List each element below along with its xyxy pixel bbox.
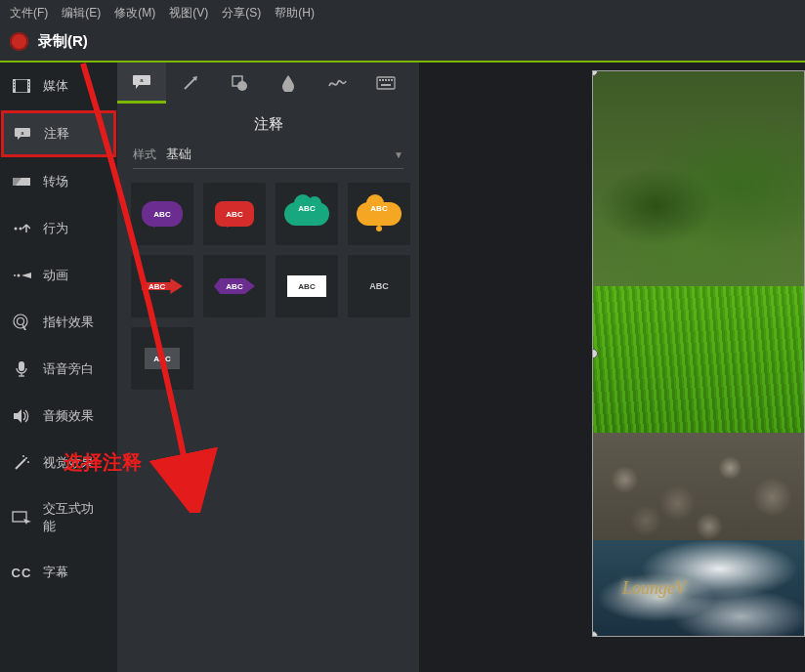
svg-rect-6 (28, 81, 29, 83)
svg-point-17 (18, 274, 21, 277)
svg-rect-43 (388, 79, 390, 81)
svg-point-29 (22, 455, 24, 457)
tab-arrows[interactable] (166, 63, 215, 104)
sidebar-item-label: 行为 (43, 220, 68, 237)
sidebar: 媒体 a 注释 转场 行为 (0, 63, 117, 672)
sidebar-item-label: 注释 (44, 125, 69, 143)
svg-rect-40 (379, 79, 381, 81)
callout-box-white[interactable]: ABC (275, 255, 338, 317)
svg-rect-41 (382, 79, 384, 81)
menu-share[interactable]: 分享(S) (222, 5, 261, 21)
svg-rect-39 (377, 77, 395, 89)
menu-view[interactable]: 视图(V) (169, 5, 208, 21)
sidebar-item-media[interactable]: 媒体 (0, 63, 117, 109)
pointer-icon (12, 313, 31, 332)
behavior-icon (12, 219, 31, 238)
svg-point-16 (14, 274, 16, 276)
svg-text:a: a (21, 130, 24, 136)
style-label: 样式 (133, 147, 156, 163)
callout-text-plain[interactable]: ABC (348, 255, 410, 317)
callout-cloud-orange[interactable]: ABC (348, 183, 410, 245)
callout-arrow-red[interactable]: ABC (131, 255, 193, 317)
callout-cloud-green[interactable]: ABC (275, 183, 338, 245)
svg-rect-4 (14, 84, 15, 86)
sidebar-item-label: 语音旁白 (43, 360, 94, 378)
svg-point-15 (20, 228, 22, 231)
svg-rect-8 (28, 87, 29, 89)
svg-point-38 (237, 81, 247, 91)
svg-point-20 (18, 318, 24, 325)
menu-edit[interactable]: 编辑(E) (62, 5, 101, 21)
sidebar-item-captions[interactable]: CC 字幕 (0, 549, 117, 596)
svg-rect-45 (381, 84, 391, 86)
record-icon[interactable] (10, 32, 28, 51)
sidebar-item-behaviors[interactable]: 行为 (0, 205, 117, 252)
callout-rect-red[interactable]: ABC (203, 183, 266, 245)
callout-box-grey[interactable]: ABC (131, 327, 193, 390)
callout-bubble-purple[interactable]: ABC (131, 183, 193, 245)
menu-help[interactable]: 帮助(H) (275, 5, 315, 21)
svg-rect-3 (14, 81, 15, 83)
sidebar-item-pointer-effects[interactable]: 指针效果 (0, 299, 117, 346)
svg-point-28 (27, 461, 29, 463)
tool-tabs: a (117, 63, 419, 104)
sidebar-item-label: 指针效果 (43, 314, 94, 331)
callout-icon: a (13, 124, 32, 144)
tab-blur[interactable] (264, 63, 313, 104)
annotations-panel: a 注释 样式 (117, 63, 420, 672)
panel-title: 注释 (117, 104, 419, 146)
interactive-icon (12, 508, 31, 527)
tab-sketch[interactable] (313, 63, 361, 104)
sidebar-item-label: 交互式功能 (43, 500, 106, 535)
tab-callouts[interactable]: a (117, 63, 166, 104)
sidebar-item-label: 字幕 (43, 564, 68, 581)
record-row: 录制(R) (0, 26, 805, 61)
sidebar-item-annotations[interactable]: a 注释 (1, 110, 116, 157)
chevron-down-icon: ▼ (394, 149, 403, 160)
transition-icon (12, 172, 31, 191)
annotation-callout-text: 选择注释 (64, 449, 142, 476)
tab-keystroke[interactable] (361, 63, 410, 104)
svg-point-19 (14, 315, 27, 328)
tab-shapes[interactable] (215, 63, 264, 104)
menu-modify[interactable]: 修改(M) (114, 5, 155, 21)
svg-rect-42 (385, 79, 387, 81)
svg-marker-25 (14, 409, 21, 423)
sidebar-item-label: 转场 (43, 173, 68, 190)
sidebar-item-label: 动画 (43, 267, 68, 284)
animation-icon (12, 266, 31, 285)
svg-rect-22 (19, 361, 24, 371)
sidebar-item-interactive[interactable]: 交互式功能 (0, 486, 117, 549)
watermark: LoungeV (622, 578, 686, 599)
svg-marker-33 (136, 84, 140, 89)
sidebar-item-audio-effects[interactable]: 音频效果 (0, 393, 117, 440)
mic-icon (12, 359, 31, 379)
sidebar-item-transitions[interactable]: 转场 (0, 158, 117, 205)
callout-arrow-purple[interactable]: ABC (203, 255, 266, 317)
sidebar-item-label: 音频效果 (43, 407, 94, 425)
sidebar-item-voiceover[interactable]: 语音旁白 (0, 346, 117, 393)
cc-icon: CC (12, 563, 31, 582)
film-icon (12, 76, 31, 96)
record-label[interactable]: 录制(R) (38, 32, 88, 51)
preview-area: LoungeV (420, 63, 805, 672)
svg-rect-5 (14, 87, 15, 89)
style-dropdown[interactable]: 样式 基础 ▼ (133, 146, 403, 169)
audio-icon (12, 406, 31, 426)
wand-icon (12, 453, 31, 473)
menu-file[interactable]: 文件(F) (10, 5, 48, 21)
menu-bar: 文件(F) 编辑(E) 修改(M) 视图(V) 分享(S) 帮助(H) (0, 0, 805, 26)
video-frame: LoungeV (593, 71, 804, 636)
svg-line-35 (185, 78, 195, 89)
svg-marker-18 (21, 273, 31, 278)
svg-rect-44 (391, 79, 393, 81)
svg-point-27 (25, 457, 27, 459)
svg-point-14 (15, 228, 18, 231)
svg-rect-7 (28, 84, 29, 86)
annotation-grid: ABC ABC ABC ABC ABC (117, 183, 419, 390)
sidebar-item-label: 媒体 (43, 77, 68, 95)
sidebar-item-animations[interactable]: 动画 (0, 252, 117, 299)
svg-line-26 (16, 459, 25, 469)
canvas[interactable]: LoungeV (592, 70, 805, 637)
style-value: 基础 (166, 146, 394, 163)
